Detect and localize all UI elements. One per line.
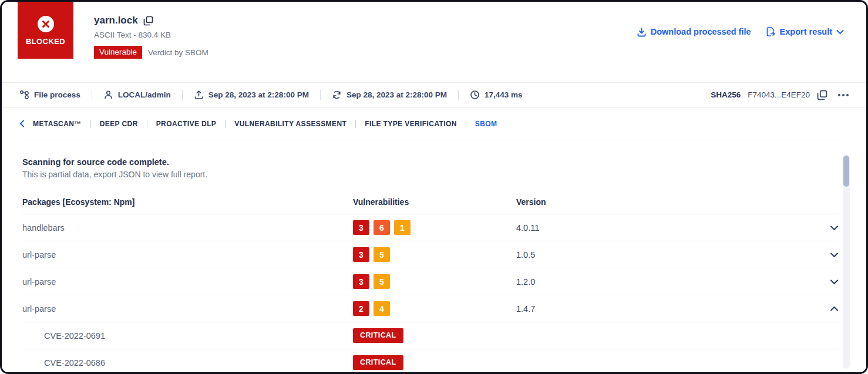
verdict-badge: Vulnerable [94,46,142,59]
result-tabs: METASCAN™DEEP CDRPROACTIVE DLPVULNERABIL… [2,107,866,140]
meta-item-user: LOCAL/admin [103,90,171,100]
divider [22,140,837,140]
cve-id: CVE-2022-0686 [22,358,353,368]
table-header-row: Packages [Ecosystem: Npm] Vulnerabilitie… [22,190,839,214]
workflow-icon [19,90,29,100]
header-actions: Download processed file Export result [637,26,844,37]
cve-row-cve-2022-0686[interactable]: CVE-2022-0686CRITICAL [22,349,839,374]
hash-algo-label: SHA256 [711,90,741,99]
vulnerability-count-badge: 4 [374,301,390,316]
cve-id: CVE-2022-0691 [22,331,353,341]
divider [320,90,321,100]
severity-badge: CRITICAL [353,355,403,370]
status-badge: BLOCKED [18,2,73,59]
download-icon [637,27,647,37]
tab-vulnerability-assessment[interactable]: VULNERABILITY ASSESSMENT [234,120,346,128]
divider [92,90,92,100]
vulnerability-count-badge: 3 [353,274,369,289]
package-version: 1.4.7 [516,304,813,314]
meta-item-label: File process [34,90,80,99]
download-label: Download processed file [651,27,751,36]
x-circle-icon [37,15,55,33]
package-row-handlebars[interactable]: handlebars3614.0.11 [22,214,839,241]
sync-icon [332,90,342,100]
hash-section: SHA256 F74043...E4EF20 [711,90,849,100]
file-info: yarn.lock ASCII Text - 830.4 KB Vulnerab… [94,15,208,59]
verdict-by-text: Verdict by SBOM [148,48,208,57]
package-row-url-parse[interactable]: url-parse351.0.5 [22,241,839,268]
chevron-down-icon [836,29,844,35]
user-icon [103,90,113,100]
meta-item-label: LOCAL/admin [118,90,171,99]
download-processed-file-button[interactable]: Download processed file [637,27,751,37]
meta-item-upload: Sep 28, 2023 at 2:28:00 PM [194,90,309,100]
package-version: 1.2.0 [516,277,813,287]
scan-status-subtitle: This is partial data, export JSON to vie… [22,170,866,179]
vulnerability-counts: 35 [353,247,516,262]
scrollbar-track[interactable] [843,154,850,369]
sbom-panel: Scanning for source code complete. This … [2,140,866,372]
header: BLOCKED yarn.lock ASCII Text - 830.4 KB … [2,2,866,82]
meta-item-label: Sep 28, 2023 at 2:28:00 PM [208,90,309,99]
tab-deep-cdr[interactable]: DEEP CDR [100,120,138,128]
process-metadata-bar: File processLOCAL/adminSep 28, 2023 at 2… [2,82,866,107]
upload-icon [194,90,204,100]
packages-table: Packages [Ecosystem: Npm] Vulnerabilitie… [22,190,839,374]
col-header-version: Version [516,197,813,207]
tab-file-type-verification[interactable]: FILE TYPE VERIFICATION [365,120,457,128]
status-badge-label: BLOCKED [26,37,65,46]
package-name: url-parse [22,250,353,260]
package-name: url-parse [22,304,353,314]
file-name: yarn.lock [94,15,138,26]
file-meta: ASCII Text - 830.4 KB [94,31,208,39]
package-version: 1.0.5 [516,250,813,260]
col-header-packages: Packages [Ecosystem: Npm] [22,197,353,207]
meta-item-clock: 17,443 ms [470,90,523,100]
vulnerability-count-badge: 2 [353,301,369,316]
collapse-row-icon[interactable] [813,306,839,312]
package-name: handlebars [22,223,353,233]
file-export-icon [765,26,776,37]
vulnerability-count-badge: 3 [353,247,369,262]
export-result-button[interactable]: Export result [765,26,844,37]
divider [466,120,466,128]
copy-hash-icon[interactable] [817,90,827,100]
divider [147,120,147,128]
meta-item-label: 17,443 ms [485,90,523,99]
cve-row-cve-2022-0691[interactable]: CVE-2022-0691CRITICAL [22,322,839,349]
package-row-url-parse[interactable]: url-parse241.4.7 [22,295,839,322]
meta-item-sync: Sep 28, 2023 at 2:28:00 PM [332,90,447,100]
expand-row-icon[interactable] [813,252,839,258]
package-name: url-parse [22,277,353,287]
clock-icon [470,90,480,100]
vulnerability-count-badge: 3 [353,220,369,235]
package-row-url-parse[interactable]: url-parse351.2.0 [22,268,839,295]
expand-row-icon[interactable] [813,225,839,231]
scan-status: Scanning for source code complete. This … [2,140,866,179]
export-label: Export result [780,27,832,36]
more-actions-button[interactable] [838,94,849,96]
divider [458,90,459,100]
tab-proactive-dlp[interactable]: PROACTIVE DLP [156,120,217,128]
copy-filename-icon[interactable] [143,16,153,26]
tab-metascan[interactable]: METASCAN™ [33,120,82,128]
expand-row-icon[interactable] [813,279,839,285]
chevron-left-icon [19,120,25,127]
package-version: 4.0.11 [516,223,813,233]
vulnerability-count-badge: 6 [374,220,390,235]
vulnerability-counts: 361 [353,220,516,235]
vulnerability-count-badge: 5 [374,274,390,289]
hash-value: F74043...E4EF20 [748,90,810,99]
col-header-vulnerabilities: Vulnerabilities [353,197,516,207]
vulnerability-counts: 24 [353,301,516,316]
vulnerability-count-badge: 1 [394,220,411,235]
tab-sbom[interactable]: SBOM [475,120,497,128]
severity-badge: CRITICAL [353,328,403,343]
scrollbar-thumb[interactable] [843,156,849,187]
meta-item-label: Sep 28, 2023 at 2:28:00 PM [346,90,447,99]
vulnerability-count-badge: 5 [374,247,390,262]
meta-item-workflow: File process [19,90,80,100]
vulnerability-counts: 35 [353,274,516,289]
tabs-scroll-left-button[interactable] [19,120,25,127]
divider [182,90,183,100]
